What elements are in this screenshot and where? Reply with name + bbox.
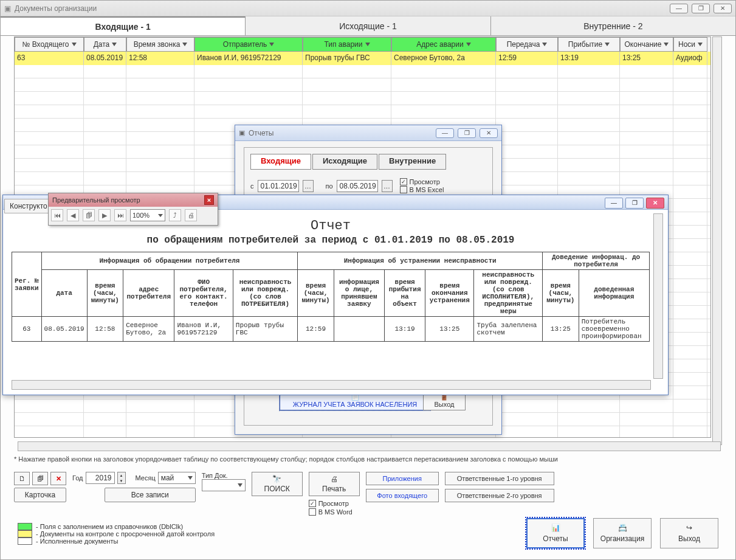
report-title: Отчет [12,218,650,233]
reports-preview-checkbox[interactable]: ✓Просмотр [400,178,444,185]
exit-button[interactable]: ↪ Выход [660,518,718,548]
swatch-green [18,523,32,530]
from-date-picker[interactable]: … [303,180,314,192]
photo-button[interactable]: Фото входящего [366,489,439,502]
preview-minimize-button[interactable]: — [605,198,623,209]
reports-excel-checkbox[interactable]: В MS Excel [400,186,444,193]
from-label: с [250,182,254,190]
reports-titlebar: ▣ Отчеты — ❐ ✕ [235,125,501,141]
bottom-toolbar: 🗋 🗐 ✕ Карточка Год 2019 ▲▼ Месяц май Все… [14,472,722,508]
preview-horizontal-scrollbar[interactable] [12,380,651,390]
cell-sender: Иванов И.И, 9619572129 [194,52,303,65]
responsible-1-button[interactable]: Ответственные 1-го уровня [445,472,554,485]
col-arrive[interactable]: Прибытие [558,37,620,52]
dialog-icon: ▣ [239,129,245,137]
preview-checkbox[interactable]: ✓Просмотр [309,500,360,507]
col-number[interactable]: № Входящего [15,37,84,52]
table-row[interactable] [15,65,710,78]
preview-toolbar-title: Предварительный просмотр [52,196,204,204]
table-row[interactable] [15,105,710,119]
minimize-button[interactable]: — [670,4,688,13]
rh-info: доведенная информация [579,270,649,317]
cell-transfer: 12:59 [496,52,558,65]
card-button[interactable]: Карточка [14,488,66,502]
organization-button[interactable]: 📇 Организация [593,518,652,548]
rh-time: время (часы, минуты) [87,270,123,317]
col-type[interactable]: Тип аварии [303,37,391,52]
cell-carrier: Аудиоф [673,52,707,65]
col-transfer[interactable]: Передача [496,37,558,52]
table-row[interactable] [15,78,710,92]
col-date[interactable]: Дата [84,37,126,52]
maximize-button[interactable]: ❐ [692,4,710,13]
col-carrier[interactable]: Носи [673,37,707,52]
col-sender[interactable]: Отправитель [194,37,303,52]
year-label: Год [72,474,83,482]
reports-title: Отчеты [249,129,436,137]
rh-tarr: время прибытия на объект [385,270,425,317]
year-spinner[interactable]: ▲▼ [117,472,126,484]
tab-internal[interactable]: Внутренние - 2 [491,16,735,35]
close-button[interactable]: ✕ [714,4,732,13]
main-tabs: Входящие - 1 Исходящие - 1 Внутренние - … [1,16,735,36]
reports-tab-internal[interactable]: Внутренние [379,154,446,170]
preview-toolbar-close[interactable]: × [204,195,214,205]
reports-maximize-button[interactable]: ❐ [458,128,476,138]
attachments-button[interactable]: Приложения [366,472,439,485]
to-label: по [326,182,333,190]
rh-addr: адрес потребителя [123,270,174,317]
col-finish[interactable]: Окончание [620,37,673,52]
all-records-button[interactable]: Все записи [105,488,196,502]
vertical-scrollbar[interactable] [712,36,722,445]
year-input[interactable]: 2019 [86,472,115,484]
tab-outgoing[interactable]: Исходящие - 1 [246,16,490,35]
main-titlebar: ▣ Документы организации — ❐ ✕ [1,1,735,16]
msword-checkbox[interactable]: В MS Word [309,508,360,516]
to-date-input[interactable]: 08.05.2019 [337,180,378,192]
doctype-select[interactable] [202,479,246,491]
col-address[interactable]: Адрес аварии [391,37,496,52]
print-preview-window: — ❐ ✕ Конструкто Предварительный просмот… [2,195,669,395]
horizontal-scrollbar[interactable] [18,441,721,451]
printer-icon: 🖨 [331,475,338,483]
col-calltime[interactable]: Время звонка [126,37,194,52]
to-date-picker[interactable]: … [382,180,393,192]
table-row[interactable] [15,92,710,105]
constructor-tab[interactable]: Конструкто [4,199,53,213]
reports-tab-outgoing[interactable]: Исходящие [312,154,377,170]
reports-tab-incoming[interactable]: Входящие [250,154,311,170]
rh-reg: Рег. № заявки [12,252,42,317]
delete-doc-button[interactable]: ✕ [50,472,66,485]
legend: - Поля с заполнением из справочников (Db… [18,523,215,545]
reports-minimize-button[interactable]: — [436,128,454,138]
copy-doc-button[interactable]: 🗐 [32,472,48,485]
organization-icon: 📇 [618,524,627,532]
month-label: Месяц [136,474,156,482]
month-select[interactable]: май [158,472,196,484]
hint-text: * Нажатие правой кнопки на заголовок упо… [14,455,558,463]
reports-button[interactable]: 📊 Отчеты [526,518,585,548]
cell-type: Прорыв трубы ГВС [303,52,391,65]
rh-fio: ФИО потребителя, его контакт. телефон [174,270,233,317]
reports-close-button[interactable]: ✕ [480,128,498,138]
from-date-input[interactable]: 01.01.2019 [258,180,299,192]
cell-arrive: 13:19 [558,52,620,65]
grid-header-row: № Входящего Дата Время звонка Отправител… [15,37,710,52]
preview-maximize-button[interactable]: ❐ [625,198,644,209]
footer-buttons: 📊 Отчеты 📇 Организация ↪ Выход [526,518,718,548]
report-row: 63 08.05.2019 12:58 Северное Бутово, 2а … [12,317,650,342]
preview-close-button[interactable]: ✕ [646,198,664,209]
print-button[interactable]: 🖨 Печать [309,472,360,496]
preview-vertical-scrollbar[interactable] [653,213,663,379]
exit-icon: ↪ [686,524,692,532]
tab-incoming[interactable]: Входящие - 1 [1,16,246,35]
rh-group3: Доведение информац. до потребителя [543,252,650,270]
rh-person: информация о лице, принявшем заявку [334,270,384,317]
report-table: Рег. № заявки Информация об обращении по… [12,252,650,342]
rh-problem: неисправность или поврежд. (со слов ПОТР… [233,270,297,317]
rh-tend: время окончания устранения [425,270,474,317]
new-doc-button[interactable]: 🗋 [14,472,30,485]
table-row[interactable]: 63 08.05.2019 12:58 Иванов И.И, 96195721… [15,52,710,65]
responsible-2-button[interactable]: Ответственные 2-го уровня [445,489,554,502]
search-button[interactable]: 🔭 ПОИСК [252,472,303,496]
